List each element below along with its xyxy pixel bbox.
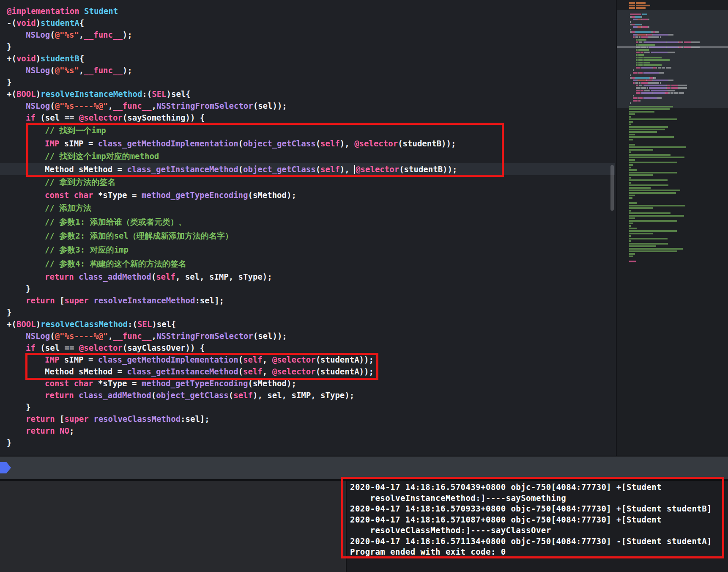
- code-line[interactable]: }: [0, 41, 615, 52]
- code-line[interactable]: }: [0, 306, 615, 318]
- code-line[interactable]: return [super resolveInstanceMethod:sel]…: [0, 294, 615, 306]
- minimap[interactable]: [616, 0, 728, 456]
- code-line[interactable]: +(void)studentB{: [0, 52, 615, 64]
- code-line[interactable]: NSLog(@"%s----%@",__func__,NSStringFromS…: [0, 330, 615, 342]
- code-line[interactable]: return class_addMethod(self, sel, sIMP, …: [0, 271, 615, 283]
- red-annotation-box: [26, 123, 504, 177]
- code-line[interactable]: @implementation Student: [0, 5, 615, 17]
- code-line[interactable]: // 添加方法: [0, 201, 615, 215]
- code-line[interactable]: const char *sType = method_getTypeEncodi…: [0, 189, 615, 201]
- code-line[interactable]: }: [0, 401, 615, 413]
- red-annotation-box: [25, 353, 378, 380]
- code-line[interactable]: return class_addMethod(object_getClass(s…: [0, 389, 615, 401]
- code-line[interactable]: NSLog(@"%s----%@",__func__,NSStringFromS…: [0, 100, 615, 112]
- code-line[interactable]: NSLog(@"%s",__func__);: [0, 29, 615, 41]
- code-line[interactable]: }: [0, 283, 615, 294]
- code-line[interactable]: return [super resolveClassMethod:sel];: [0, 413, 615, 425]
- code-line[interactable]: // 拿到方法的签名: [0, 175, 615, 189]
- code-line[interactable]: +(BOOL)resolveClassMethod:(SEL)sel{: [0, 318, 615, 330]
- red-annotation-box: [341, 477, 724, 558]
- code-line[interactable]: // 参数1: 添加给谁（类或者元类）、: [0, 215, 615, 229]
- code-editor[interactable]: @implementation Student-(void)studentA{N…: [0, 0, 615, 456]
- xcode-window: @implementation Student-(void)studentA{N…: [0, 0, 728, 572]
- variables-pane[interactable]: [0, 481, 346, 572]
- debug-bar[interactable]: [0, 456, 728, 479]
- code-line[interactable]: }: [0, 76, 615, 88]
- code-line[interactable]: NSLog(@"%s",__func__);: [0, 64, 615, 76]
- code-line[interactable]: return NO;: [0, 425, 615, 437]
- editor-scrollbar-thumb[interactable]: [610, 165, 614, 211]
- code-line[interactable]: if (sel == @selector(saySomething)) {: [0, 112, 615, 124]
- program-counter-arrow-icon[interactable]: [0, 462, 11, 473]
- code-line[interactable]: // 参数3: 对应的imp: [0, 243, 615, 257]
- code-line[interactable]: -(void)studentA{: [0, 17, 615, 29]
- code-line[interactable]: }: [0, 437, 615, 448]
- code-line[interactable]: if (sel == @selector(sayClassOver)) {: [0, 342, 615, 354]
- code-line[interactable]: // 参数4: 构建的这个新的方法的签名: [0, 257, 615, 271]
- code-line[interactable]: +(BOOL)resolveInstanceMethod:(SEL)sel{: [0, 88, 615, 100]
- code-line[interactable]: // 参数2: 添加的sel（理解成新添加方法的名字）: [0, 229, 615, 243]
